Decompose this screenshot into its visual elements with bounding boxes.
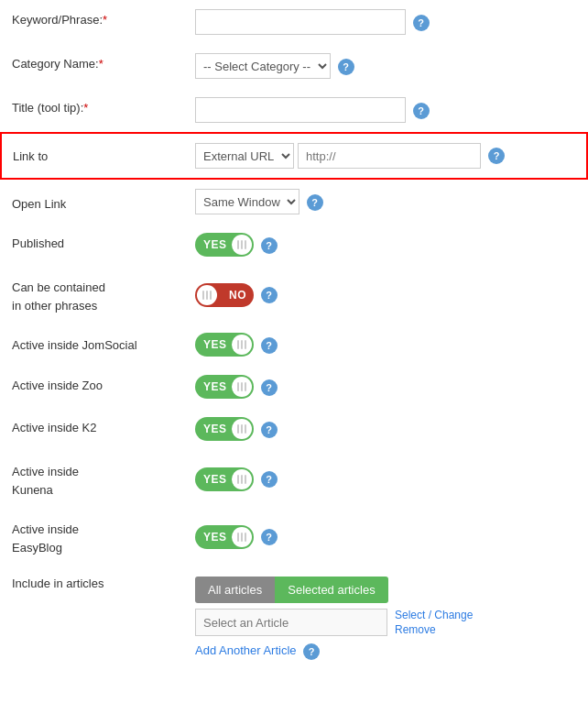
published-label: Published — [1, 224, 184, 266]
keyword-value-cell: ? — [184, 0, 587, 44]
kunena-help-icon[interactable]: ? — [261, 471, 278, 488]
select-change-remove-group: Select / Change Remove — [395, 609, 473, 636]
jomsocial-label: Active inside JomSocial — [1, 324, 184, 366]
zoo-label: Active inside Zoo — [1, 366, 184, 408]
open-link-value-cell: Same Window New Window ? — [184, 179, 587, 224]
k2-toggle-knob — [232, 419, 252, 439]
keyword-row: Keyword/Phrase:* ? — [1, 0, 587, 44]
link-to-value-cell: External URL Article Category ? — [184, 133, 587, 179]
title-help-icon[interactable]: ? — [413, 103, 430, 119]
keyword-help-icon[interactable]: ? — [413, 15, 430, 31]
main-form-table: Keyword/Phrase:* ? Category Name:* -- Se… — [0, 0, 588, 669]
kunena-value-cell: YES ? — [184, 450, 587, 508]
published-toggle-knob — [232, 235, 252, 255]
published-help-icon[interactable]: ? — [261, 237, 278, 254]
link-to-select[interactable]: External URL Article Category — [196, 144, 293, 168]
contained-toggle[interactable]: NO — [195, 283, 254, 307]
all-articles-button[interactable]: All articles — [195, 577, 275, 603]
link-to-select-wrapper: External URL Article Category — [195, 143, 294, 169]
url-input[interactable] — [298, 143, 481, 169]
easyblog-toggle[interactable]: YES — [195, 525, 254, 549]
open-link-row: Open Link Same Window New Window ? — [1, 179, 587, 224]
jomsocial-toggle-knob — [232, 335, 252, 355]
category-row: Category Name:* -- Select Category -- ? — [1, 44, 587, 88]
zoo-toggle-knob — [232, 377, 252, 397]
easyblog-toggle-label: YES — [203, 531, 227, 544]
open-link-select-wrapper: Same Window New Window — [195, 189, 299, 214]
published-row: Published YES ? — [1, 224, 587, 266]
zoo-toggle-label: YES — [203, 380, 227, 393]
include-articles-value-cell: All articles Selected articles Select / … — [184, 566, 587, 669]
category-help-icon[interactable]: ? — [338, 59, 354, 75]
k2-row: Active inside K2 YES ? — [1, 408, 587, 450]
add-another-help-icon[interactable]: ? — [303, 643, 320, 660]
k2-help-icon[interactable]: ? — [261, 422, 278, 438]
published-toggle[interactable]: YES — [195, 233, 254, 257]
jomsocial-value-cell: YES ? — [184, 324, 587, 366]
title-input[interactable] — [195, 97, 406, 123]
kunena-label: Active insideKunena — [1, 450, 184, 508]
link-to-controls: External URL Article Category ? — [195, 143, 575, 169]
k2-value-cell: YES ? — [184, 408, 587, 450]
easyblog-row: Active insideEasyBlog YES ? — [1, 508, 587, 566]
remove-link[interactable]: Remove — [395, 623, 436, 636]
select-change-link[interactable]: Select / Change — [395, 609, 473, 621]
select-article-input[interactable] — [195, 609, 387, 636]
contained-label: Can be contained in other phrases — [1, 266, 184, 324]
category-value-cell: -- Select Category -- ? — [184, 44, 587, 88]
easyblog-toggle-knob — [232, 527, 252, 547]
link-to-help-icon[interactable]: ? — [488, 148, 505, 164]
published-value-cell: YES ? — [184, 224, 587, 266]
kunena-row: Active insideKunena YES ? — [1, 450, 587, 508]
contained-value-cell: NO ? — [184, 266, 587, 324]
selected-articles-button[interactable]: Selected articles — [275, 577, 387, 603]
zoo-toggle[interactable]: YES — [195, 375, 254, 399]
open-link-label: Open Link — [1, 179, 184, 224]
zoo-value-cell: YES ? — [184, 366, 587, 408]
kunena-toggle-label: YES — [203, 473, 227, 486]
k2-toggle[interactable]: YES — [195, 417, 254, 441]
contained-toggle-label: NO — [229, 289, 246, 302]
k2-toggle-label: YES — [203, 423, 227, 435]
title-label: Title (tool tip):* — [1, 88, 184, 133]
keyword-input[interactable] — [195, 9, 406, 35]
title-row: Title (tool tip):* ? — [1, 88, 587, 133]
contained-help-icon[interactable]: ? — [261, 287, 278, 303]
add-another-article-link[interactable]: Add Another Article — [195, 643, 297, 657]
article-input-row: Select / Change Remove — [195, 603, 576, 636]
article-btn-group: All articles Selected articles — [195, 577, 576, 603]
add-another-row: Add Another Article ? — [195, 643, 576, 660]
easyblog-value-cell: YES ? — [184, 508, 587, 566]
link-to-label: Link to — [1, 133, 184, 179]
jomsocial-toggle-label: YES — [203, 338, 227, 351]
kunena-toggle-knob — [232, 469, 252, 489]
easyblog-help-icon[interactable]: ? — [261, 529, 278, 545]
category-select-wrapper: -- Select Category -- — [195, 53, 331, 79]
include-articles-label: Include in articles — [1, 566, 184, 669]
kunena-toggle[interactable]: YES — [195, 467, 254, 491]
jomsocial-row: Active inside JomSocial YES ? — [1, 324, 587, 366]
open-link-help-icon[interactable]: ? — [307, 194, 323, 211]
contained-toggle-knob — [197, 285, 217, 305]
zoo-row: Active inside Zoo YES ? — [1, 366, 587, 408]
keyword-label: Keyword/Phrase:* — [1, 0, 184, 44]
category-label: Category Name:* — [1, 44, 184, 88]
zoo-help-icon[interactable]: ? — [261, 379, 278, 396]
k2-label: Active inside K2 — [1, 408, 184, 450]
category-select[interactable]: -- Select Category -- — [196, 54, 330, 78]
published-toggle-label: YES — [203, 238, 227, 251]
jomsocial-toggle[interactable]: YES — [195, 333, 254, 357]
open-link-select[interactable]: Same Window New Window — [196, 190, 299, 214]
easyblog-label: Active insideEasyBlog — [1, 508, 184, 566]
jomsocial-help-icon[interactable]: ? — [261, 337, 278, 354]
link-to-row: Link to External URL Article Category ? — [1, 133, 587, 179]
contained-row: Can be contained in other phrases NO ? — [1, 266, 587, 324]
title-value-cell: ? — [184, 88, 587, 133]
include-articles-row: Include in articles All articles Selecte… — [1, 566, 587, 669]
